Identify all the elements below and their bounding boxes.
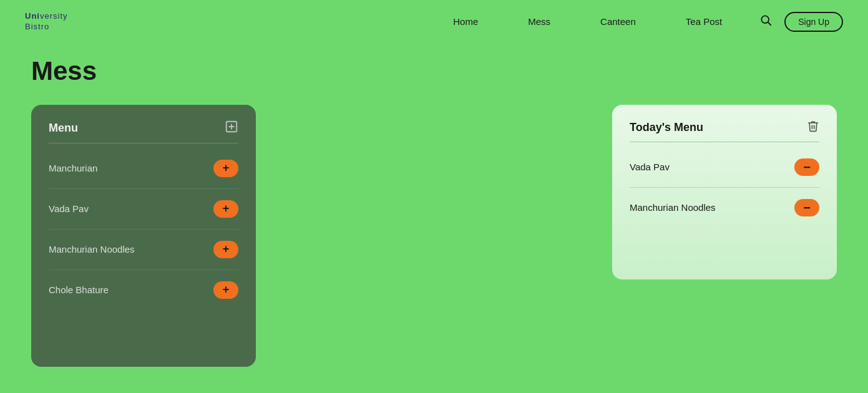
signup-button[interactable]: Sign Up: [784, 12, 843, 32]
nav-item-mess[interactable]: Mess: [528, 16, 550, 27]
today-card: Today's Menu Vada Pav − Manchurian: [612, 105, 837, 279]
add-chole-bhature-button[interactable]: +: [213, 281, 238, 299]
nav-links: Home Mess Canteen Tea Post: [453, 16, 722, 27]
add-manchurian-noodles-button[interactable]: +: [213, 241, 238, 258]
today-item-name-vada-pav: Vada Pav: [630, 162, 670, 172]
menu-item-manchurian-noodles: Manchurian Noodles +: [49, 230, 238, 270]
logo-uni-bold: Uni: [25, 11, 40, 21]
nav-right: Sign Up: [759, 12, 843, 32]
logo-line1: University: [25, 11, 68, 22]
logo-bi-bold: Bi: [25, 22, 34, 31]
menu-card-title: Menu: [49, 122, 78, 135]
menu-card-header: Menu: [49, 120, 238, 137]
remove-vada-pav-button[interactable]: −: [794, 158, 819, 176]
nav-link-mess[interactable]: Mess: [528, 16, 550, 27]
menu-item-manchurian: Manchurian +: [49, 148, 238, 189]
menu-card: Menu Manchurian + Vada Pav +: [31, 105, 256, 367]
today-card-header: Today's Menu: [630, 120, 819, 135]
nav-link-home[interactable]: Home: [453, 16, 478, 27]
menu-item-name-vada-pav: Vada Pav: [49, 203, 89, 214]
today-card-divider: [630, 142, 819, 142]
logo: University Bistro: [25, 11, 68, 32]
menu-item-vada-pav: Vada Pav +: [49, 189, 238, 230]
menu-item-name-manchurian-noodles: Manchurian Noodles: [49, 244, 135, 255]
menu-card-divider: [49, 143, 238, 143]
logo-line2: Bistro: [25, 22, 68, 32]
add-menu-icon[interactable]: [225, 120, 238, 137]
today-card-title: Today's Menu: [630, 121, 703, 134]
page-content: Mess Menu Manchurian + Vada Pa: [0, 44, 868, 392]
nav-item-tea-post[interactable]: Tea Post: [686, 16, 722, 27]
menu-item-name-chole-bhature: Chole Bhature: [49, 284, 109, 295]
svg-line-1: [768, 22, 771, 26]
add-manchurian-button[interactable]: +: [213, 160, 238, 177]
cards-container: Menu Manchurian + Vada Pav +: [31, 105, 837, 367]
menu-item-name-manchurian: Manchurian: [49, 163, 97, 173]
nav-link-canteen[interactable]: Canteen: [600, 16, 636, 27]
search-icon[interactable]: [759, 14, 772, 29]
today-item-vada-pav: Vada Pav −: [630, 147, 819, 188]
nav-item-home[interactable]: Home: [453, 16, 478, 27]
remove-manchurian-noodles-button[interactable]: −: [794, 199, 819, 216]
add-vada-pav-button[interactable]: +: [213, 200, 238, 218]
today-item-manchurian-noodles: Manchurian Noodles −: [630, 188, 819, 228]
menu-item-chole-bhature: Chole Bhature +: [49, 270, 238, 310]
page-title: Mess: [31, 56, 837, 86]
nav-link-tea-post[interactable]: Tea Post: [686, 16, 722, 27]
navigation: University Bistro Home Mess Canteen Tea …: [0, 0, 868, 44]
delete-today-menu-button[interactable]: [807, 120, 819, 135]
today-item-name-manchurian-noodles: Manchurian Noodles: [630, 202, 716, 213]
nav-item-canteen[interactable]: Canteen: [600, 16, 636, 27]
